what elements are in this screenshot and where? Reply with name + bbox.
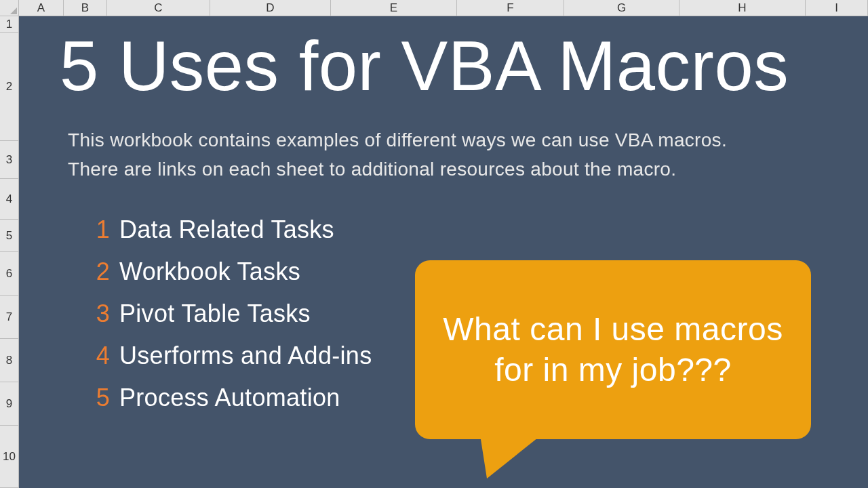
description: This workbook contains examples of diffe…: [68, 125, 868, 184]
col-header-F[interactable]: F: [457, 0, 564, 16]
spreadsheet-grid: A B C D E F G H I 1 2 3 4 5 6 7 8 9 10 5…: [0, 0, 868, 488]
list-number: 2: [87, 251, 110, 293]
col-header-A[interactable]: A: [19, 0, 64, 16]
list-number: 1: [87, 209, 110, 251]
select-all-corner[interactable]: [0, 0, 19, 16]
list-text: Pivot Table Tasks: [119, 293, 311, 335]
col-header-C[interactable]: C: [107, 0, 210, 16]
list-text: Data Related Tasks: [119, 209, 334, 251]
row-headers-col: 1 2 3 4 5 6 7 8 9 10: [0, 16, 19, 488]
row-header-1[interactable]: 1: [0, 16, 19, 33]
list-number: 4: [87, 335, 110, 377]
list-number: 5: [87, 377, 110, 419]
row-header-9[interactable]: 9: [0, 382, 19, 426]
list-number: 3: [87, 293, 110, 335]
speech-callout[interactable]: What can I use macros for in my job???: [415, 260, 811, 439]
desc-line-2: There are links on each sheet to additio…: [68, 155, 868, 184]
content-panel: 5 Uses for VBA Macros This workbook cont…: [19, 16, 868, 488]
list-text: Process Automation: [119, 377, 340, 419]
cells-area[interactable]: 5 Uses for VBA Macros This workbook cont…: [19, 16, 868, 488]
row-header-3[interactable]: 3: [0, 141, 19, 179]
list-text: Workbook Tasks: [119, 251, 300, 293]
row-header-10[interactable]: 10: [0, 426, 19, 488]
list-text: Userforms and Add-ins: [119, 335, 372, 377]
desc-line-1: This workbook contains examples of diffe…: [68, 125, 868, 155]
col-header-E[interactable]: E: [331, 0, 457, 16]
col-header-I[interactable]: I: [806, 0, 868, 16]
callout-text: What can I use macros for in my job???: [435, 309, 791, 390]
list-item: 1 Data Related Tasks: [87, 209, 868, 251]
row-header-5[interactable]: 5: [0, 220, 19, 252]
col-header-G[interactable]: G: [564, 0, 679, 16]
row-header-8[interactable]: 8: [0, 339, 19, 382]
speech-callout-tail-icon: [480, 435, 541, 479]
row-header-2[interactable]: 2: [0, 33, 19, 141]
column-headers-row: A B C D E F G H I: [0, 0, 868, 16]
row-header-6[interactable]: 6: [0, 252, 19, 296]
row-header-7[interactable]: 7: [0, 296, 19, 339]
col-header-B[interactable]: B: [64, 0, 107, 16]
page-title: 5 Uses for VBA Macros: [60, 31, 868, 101]
col-header-H[interactable]: H: [679, 0, 806, 16]
col-header-D[interactable]: D: [210, 0, 331, 16]
row-header-4[interactable]: 4: [0, 179, 19, 220]
